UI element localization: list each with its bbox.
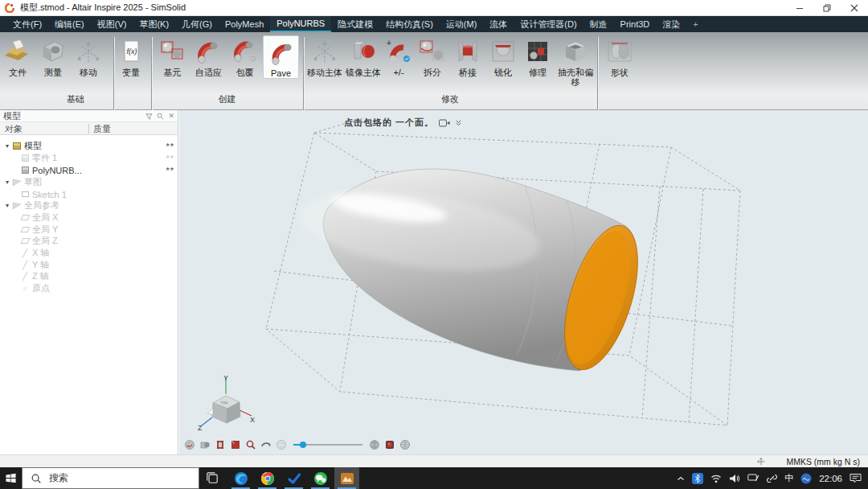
- taskbar-app-inspire-active[interactable]: [334, 467, 359, 489]
- ghost-transparency-icon[interactable]: [276, 439, 287, 450]
- menu-file[interactable]: 文件(F): [6, 16, 48, 32]
- menu-polymesh[interactable]: PolyMesh: [219, 16, 270, 32]
- menu-sketch[interactable]: 草图(K): [133, 16, 175, 32]
- action-center-icon[interactable]: [850, 473, 862, 483]
- view-cube[interactable]: Y X Z TOP: [197, 372, 256, 435]
- fit-view-icon[interactable]: [184, 439, 195, 450]
- slider-handle[interactable]: [300, 442, 306, 448]
- tree-row-x-axis[interactable]: ╱ X 轴: [0, 247, 178, 259]
- tree-row-global-y[interactable]: 全局 Y: [0, 224, 178, 236]
- ribbon-button-split[interactable]: 拆分: [415, 35, 450, 87]
- taskbar-app-edge[interactable]: [228, 467, 253, 489]
- menu-edit[interactable]: 编辑(E): [48, 16, 91, 32]
- weather-app-icon[interactable]: [800, 473, 812, 484]
- link-icon[interactable]: [767, 474, 777, 483]
- filter-icon[interactable]: [145, 113, 153, 120]
- minimize-button[interactable]: [786, 0, 813, 16]
- ime-indicator[interactable]: 中: [784, 472, 793, 484]
- menu-render[interactable]: 渲染: [656, 16, 686, 32]
- viewport-3d[interactable]: 点击包络的 一个面。 Y X Z TOP: [179, 110, 868, 454]
- menu-view[interactable]: 视图(V): [91, 16, 133, 32]
- expander-icon[interactable]: ▾: [3, 179, 11, 186]
- taskbar-app-check[interactable]: [281, 467, 306, 489]
- video-hint-icon[interactable]: [439, 119, 450, 127]
- volume-icon[interactable]: [729, 474, 740, 483]
- menu-geometry[interactable]: 几何(G): [175, 16, 219, 32]
- ribbon-button-pave[interactable]: Pave: [263, 35, 299, 79]
- ribbon-button-sharpen[interactable]: 锐化: [485, 35, 521, 87]
- ribbon-button-variables[interactable]: f(x) 变量: [113, 35, 149, 77]
- tree-row-part1[interactable]: 零件 1 **: [0, 152, 178, 164]
- expander-icon[interactable]: ▾: [3, 142, 11, 150]
- rotate-view-icon[interactable]: [260, 439, 272, 450]
- snapshot-icon[interactable]: [230, 439, 241, 450]
- taskbar-app-wechat[interactable]: [308, 467, 333, 489]
- model-browser-panel: 模型 ✕ 对象 质量 ▾ 模型 ** 零件 1 **: [0, 110, 178, 454]
- ribbon-button-primitive[interactable]: 基元: [154, 35, 190, 79]
- ribbon-button-move[interactable]: 移动: [71, 35, 106, 77]
- tree-row-sketch1[interactable]: Sketch 1: [0, 188, 178, 200]
- tree-row-polynurbs[interactable]: PolyNURB... **: [0, 164, 178, 176]
- origin-icon: ○: [19, 285, 31, 292]
- expander-icon[interactable]: ▾: [3, 202, 11, 209]
- ribbon-button-shape[interactable]: 形状: [602, 35, 637, 77]
- taskbar-search-box[interactable]: 搜索: [22, 467, 199, 489]
- shaded-display-icon[interactable]: [369, 439, 380, 450]
- menu-manufacture[interactable]: 制造: [583, 16, 614, 32]
- menu-design-manager[interactable]: 设计管理器(D): [514, 16, 583, 32]
- wifi-icon[interactable]: [710, 474, 722, 483]
- guide-expand-icon[interactable]: [455, 119, 462, 126]
- ribbon-button-adaptive[interactable]: 自适应: [190, 35, 227, 79]
- units-label[interactable]: MMKS (mm kg N s): [786, 457, 860, 466]
- ribbon-button-bridge[interactable]: 桥接: [450, 35, 485, 87]
- menu-add[interactable]: +: [686, 16, 704, 32]
- polynurbs-model-scene[interactable]: [179, 110, 868, 454]
- panel-close-icon[interactable]: ✕: [168, 113, 174, 120]
- pen-device-icon[interactable]: [747, 474, 760, 483]
- menu-fluids[interactable]: 流体: [483, 16, 514, 32]
- clock[interactable]: 22:06: [819, 474, 842, 483]
- taskbar-app-chrome[interactable]: [255, 467, 280, 489]
- zoom-select-icon[interactable]: [245, 439, 256, 450]
- menu-polynurbs[interactable]: PolyNURBS: [270, 16, 331, 32]
- ribbon-button-file[interactable]: 文件: [0, 35, 35, 77]
- ribbon-button-mirror-body[interactable]: 镜像主体: [344, 35, 383, 87]
- menu-motion[interactable]: 运动(M): [440, 16, 484, 32]
- material-display-icon[interactable]: [384, 439, 395, 450]
- restore-button[interactable]: [813, 0, 841, 16]
- pan-view-icon[interactable]: [199, 439, 211, 450]
- search-icon[interactable]: [157, 113, 164, 120]
- bluetooth-icon[interactable]: [692, 473, 703, 484]
- menu-implicit-modeling[interactable]: 隐式建模: [331, 16, 379, 32]
- ribbon-button-measure[interactable]: 测量: [35, 35, 71, 77]
- quality-stars: **: [166, 154, 174, 163]
- tree-row-global-x[interactable]: 全局 X: [0, 212, 178, 224]
- units-icon[interactable]: [757, 458, 765, 466]
- search-placeholder: 搜索: [49, 471, 68, 485]
- ribbon-button-shell-offset[interactable]: 抽壳和偏移: [555, 35, 596, 87]
- ribbon-button-move-body[interactable]: 移动主体: [305, 35, 344, 87]
- move-arrows-icon: [73, 37, 104, 66]
- tree-row-z-axis[interactable]: ╱ Z 轴: [0, 270, 178, 282]
- environment-globe-icon[interactable]: [399, 439, 411, 450]
- tree-row-model[interactable]: ▾ 模型 **: [0, 140, 178, 152]
- menu-structural-sim[interactable]: 结构仿真(S): [379, 16, 440, 32]
- column-divider[interactable]: [88, 124, 89, 134]
- tree-row-y-axis[interactable]: ╱ Y 轴: [0, 259, 178, 271]
- tree-row-global-z[interactable]: 全局 Z: [0, 235, 178, 247]
- tray-expand-icon[interactable]: [677, 475, 685, 482]
- tree-row-origin[interactable]: ○ 原点: [0, 282, 178, 294]
- tree-row-sketch-folder[interactable]: ▾ 草图: [0, 176, 178, 188]
- menu-print3d[interactable]: Print3D: [614, 16, 657, 32]
- ribbon-button-wrap[interactable]: 包覆: [227, 35, 263, 79]
- column-header-quality[interactable]: 质量: [88, 122, 111, 134]
- section-view-icon[interactable]: [215, 439, 226, 450]
- ribbon-button-repair[interactable]: 修理: [521, 35, 555, 87]
- start-button[interactable]: [0, 467, 22, 489]
- column-header-object[interactable]: 对象: [0, 122, 88, 134]
- tree-row-global-refs[interactable]: ▾ 全局参考: [0, 199, 178, 212]
- ribbon-button-plus-minus[interactable]: + +/-: [383, 35, 415, 87]
- task-view-button[interactable]: [205, 471, 219, 488]
- close-button[interactable]: [841, 0, 868, 16]
- transparency-slider[interactable]: [293, 444, 362, 446]
